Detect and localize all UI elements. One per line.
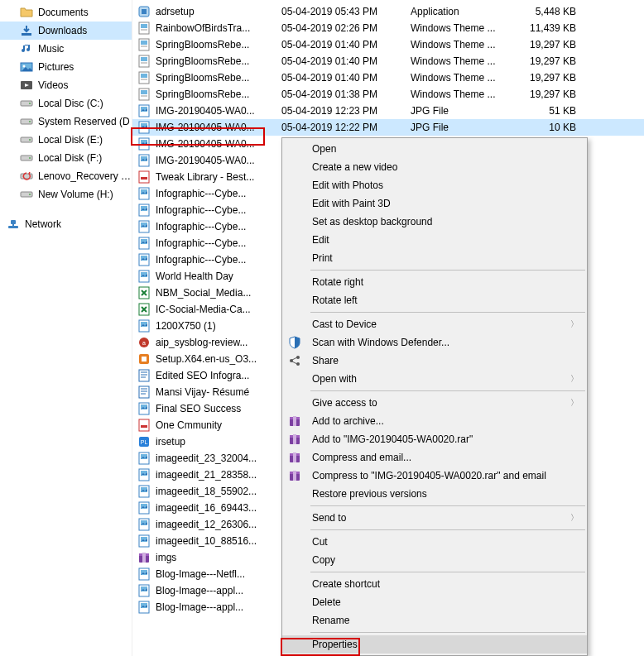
menu-item-copy[interactable]: Copy <box>282 551 587 569</box>
file-size: 5,448 KB <box>518 6 576 17</box>
jpg-icon <box>137 584 151 597</box>
drive-icon <box>20 115 33 128</box>
menu-item-edit[interactable]: Edit <box>282 231 587 249</box>
tree-item-lenovo-recovery-g[interactable]: Lenovo_Recovery (G <box>0 167 132 185</box>
tree-item-downloads[interactable]: Downloads <box>0 22 132 40</box>
tree-item-music[interactable]: Music <box>0 40 132 58</box>
menu-label: Print <box>312 252 333 264</box>
jpg-icon <box>137 154 151 167</box>
tree-item-pictures[interactable]: Pictures <box>0 58 132 76</box>
file-name: imgs <box>156 552 276 563</box>
menu-item-scan-with-windows-defender[interactable]: Scan with Windows Defender... <box>282 333 587 352</box>
svg-rect-25 <box>141 45 147 47</box>
jpg-icon <box>137 137 151 151</box>
tree-item-system-reserved-d[interactable]: System Reserved (D <box>0 113 132 131</box>
menu-item-rotate-right[interactable]: Rotate right <box>282 273 587 291</box>
file-row[interactable]: SpringBloomsRebe...05-04-2019 01:40 PMWi… <box>132 36 644 53</box>
menu-item-create-a-new-video[interactable]: Create a new video <box>282 158 587 176</box>
svg-rect-93 <box>141 603 147 608</box>
tree-item-local-disc-c-[interactable]: Local Disc (C:) <box>0 94 132 113</box>
file-date: 05-04-2019 12:22 PM <box>281 122 406 133</box>
jpg-icon <box>137 485 151 498</box>
file-type: Application <box>411 6 513 17</box>
menu-item-share[interactable]: Share <box>282 352 587 370</box>
menu-label: Edit <box>312 234 329 246</box>
svg-rect-82 <box>141 520 147 525</box>
file-row[interactable]: IMG-20190405-WA0...05-04-2019 12:22 PMJP… <box>132 119 644 136</box>
tree-item-local-disk-e-[interactable]: Local Disk (E:) <box>0 131 132 149</box>
menu-item-give-access-to[interactable]: Give access to〉 <box>282 394 587 412</box>
menu-item-print[interactable]: Print <box>282 249 587 267</box>
jpg-icon <box>137 534 151 548</box>
menu-item-rotate-left[interactable]: Rotate left <box>282 291 587 309</box>
menu-item-open[interactable]: Open <box>282 140 587 158</box>
menu-item-edit-with-photos[interactable]: Edit with Photos <box>282 176 587 194</box>
menu-item-compress-to-img-20190405-wa0020-rar-and-email[interactable]: Compress to "IMG-20190405-WA0020.rar" an… <box>282 467 587 485</box>
doc-icon <box>137 369 151 382</box>
tree-label: Documents <box>38 7 89 18</box>
rar-icon <box>287 414 302 429</box>
menu-label: Cut <box>312 536 328 548</box>
svg-rect-60 <box>141 322 147 327</box>
tree-item-local-disk-f-[interactable]: Local Disk (F:) <box>0 149 132 167</box>
menu-item-properties[interactable]: Properties <box>282 635 587 654</box>
theme-icon <box>137 71 151 84</box>
file-row[interactable]: SpringBloomsRebe...05-04-2019 01:38 PMWi… <box>132 86 644 103</box>
svg-rect-46 <box>141 189 147 194</box>
share-icon <box>287 353 302 368</box>
menu-item-add-to-archive[interactable]: Add to archive... <box>282 412 587 430</box>
tree-item-documents[interactable]: Documents <box>0 3 132 22</box>
tree-item-videos[interactable]: Videos <box>0 76 132 94</box>
menu-label: Share <box>312 355 339 366</box>
menu-item-create-shortcut[interactable]: Create shortcut <box>282 575 587 593</box>
menu-item-send-to[interactable]: Send to〉 <box>282 509 587 527</box>
svg-rect-65 <box>139 370 149 381</box>
menu-item-rename[interactable]: Rename <box>282 611 587 630</box>
defender-icon <box>287 335 302 350</box>
file-name: imageedit_12_26306... <box>156 519 276 530</box>
menu-item-set-as-desktop-background[interactable]: Set as desktop background <box>282 213 587 231</box>
menu-item-open-with[interactable]: Open with〉 <box>282 370 587 388</box>
svg-rect-70 <box>141 425 147 428</box>
file-row[interactable]: RainbowOfBirdsTra...05-04-2019 02:26 PMW… <box>132 20 644 36</box>
file-name: RainbowOfBirdsTra... <box>156 22 276 34</box>
file-date: 05-04-2019 02:26 PM <box>281 22 406 34</box>
rar-icon <box>287 468 302 483</box>
file-row[interactable]: SpringBloomsRebe...05-04-2019 01:40 PMWi… <box>132 69 644 86</box>
file-date: 05-04-2019 05:43 PM <box>281 6 406 17</box>
jpg-icon <box>137 567 151 581</box>
tree-item-new-volume-h-[interactable]: New Volume (H:) <box>0 185 132 204</box>
pdf-icon <box>137 419 151 432</box>
chevron-right-icon: 〉 <box>570 318 579 330</box>
menu-item-restore-previous-versions[interactable]: Restore previous versions <box>282 485 587 503</box>
tree-label: Pictures <box>38 61 74 73</box>
drive-icon <box>20 97 33 110</box>
rar-icon <box>287 432 302 447</box>
file-name: Tweak Library - Best... <box>156 171 276 183</box>
theme-icon <box>137 22 151 35</box>
file-row[interactable]: SpringBloomsRebe...05-04-2019 01:40 PMWi… <box>132 53 644 69</box>
menu-item-cast-to-device[interactable]: Cast to Device〉 <box>282 315 587 333</box>
menu-separator <box>310 529 585 530</box>
file-name: IC-Social-Media-Ca... <box>156 304 276 315</box>
menu-item-add-to-img-20190405-wa0020-rar[interactable]: Add to "IMG-20190405-WA0020.rar" <box>282 430 587 448</box>
menu-item-delete[interactable]: Delete <box>282 593 587 611</box>
svg-rect-30 <box>141 74 147 78</box>
svg-rect-48 <box>141 206 147 211</box>
file-row[interactable]: adrsetup05-04-2019 05:43 PMApplication5,… <box>132 3 644 20</box>
file-size: 19,297 KB <box>518 89 576 100</box>
menu-item-cut[interactable]: Cut <box>282 533 587 551</box>
folder-icon <box>20 6 33 19</box>
menu-label: Give access to <box>312 397 377 409</box>
svg-rect-78 <box>141 487 147 492</box>
file-name: Blog-Image---Netfl... <box>156 568 276 580</box>
setup-icon <box>137 352 151 366</box>
tree-item-network[interactable]: Network <box>0 215 132 233</box>
svg-rect-22 <box>141 29 147 31</box>
menu-item-edit-with-paint-3d[interactable]: Edit with Paint 3D <box>282 194 587 213</box>
file-row[interactable]: IMG-20190405-WA0...05-04-2019 12:23 PMJP… <box>132 103 644 119</box>
svg-rect-54 <box>141 256 147 261</box>
file-name: IMG-20190405-WA0... <box>156 155 276 166</box>
menu-item-compress-and-email[interactable]: Compress and email... <box>282 448 587 467</box>
menu-label: Rename <box>312 615 349 626</box>
